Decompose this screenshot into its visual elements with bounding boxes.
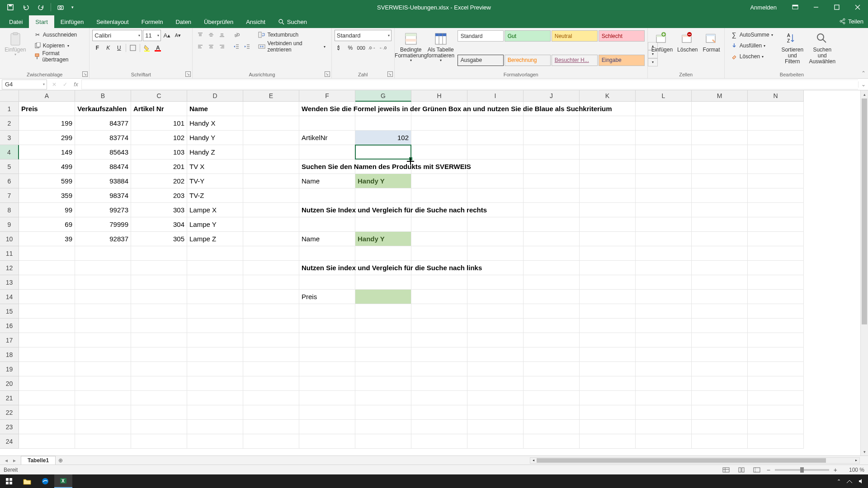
clear-button[interactable]: Löschen▾ <box>727 52 776 61</box>
delete-cells-button[interactable]: Löschen <box>676 30 698 78</box>
cell[interactable] <box>636 420 692 434</box>
cell[interactable] <box>75 434 131 449</box>
cell[interactable]: 98374 <box>75 188 131 203</box>
cell[interactable] <box>748 391 804 405</box>
number-format-select[interactable]: Standard▾ <box>335 30 392 41</box>
style-eingabe[interactable]: Eingabe <box>599 55 645 66</box>
cell[interactable] <box>467 405 524 420</box>
account-sign-in[interactable]: Anmelden <box>742 0 785 14</box>
cell[interactable] <box>467 160 524 174</box>
row-header[interactable]: 10 <box>0 232 19 246</box>
cell[interactable] <box>580 261 636 275</box>
cell[interactable] <box>299 188 355 203</box>
cell[interactable] <box>355 188 411 203</box>
cell[interactable] <box>580 232 636 246</box>
cell[interactable]: 88474 <box>75 160 131 174</box>
cell[interactable] <box>467 304 524 319</box>
cell[interactable] <box>19 246 75 261</box>
cell[interactable]: TV-Y <box>187 174 243 188</box>
cell[interactable] <box>692 188 748 203</box>
cell[interactable] <box>411 275 467 290</box>
cell[interactable] <box>748 131 804 145</box>
cell[interactable] <box>411 304 467 319</box>
name-box[interactable]: G4▾ <box>2 80 47 89</box>
tab-einfuegen[interactable]: Einfügen <box>54 15 90 28</box>
align-right-icon[interactable] <box>217 42 227 52</box>
orientation-icon[interactable]: ab <box>231 30 241 40</box>
cell[interactable] <box>580 275 636 290</box>
cell[interactable]: Artikel Nr <box>131 102 187 116</box>
cell[interactable] <box>243 362 299 376</box>
cell[interactable]: 79999 <box>75 217 131 232</box>
cell[interactable] <box>411 217 467 232</box>
cell[interactable] <box>580 188 636 203</box>
column-header[interactable]: L <box>636 90 692 102</box>
cell[interactable] <box>299 362 355 376</box>
bold-button[interactable]: F <box>92 43 102 53</box>
border-button[interactable] <box>128 43 138 53</box>
cell[interactable] <box>692 203 748 217</box>
cell[interactable] <box>580 174 636 188</box>
cell[interactable] <box>692 131 748 145</box>
cell[interactable] <box>19 304 75 319</box>
cell[interactable] <box>411 290 467 304</box>
increase-indent-icon[interactable] <box>242 42 252 52</box>
cell[interactable] <box>692 102 748 116</box>
cell[interactable] <box>748 232 804 246</box>
cell[interactable] <box>131 347 187 362</box>
row-header[interactable]: 16 <box>0 319 19 333</box>
column-header[interactable]: C <box>131 90 187 102</box>
tab-datei[interactable]: Datei <box>3 15 29 28</box>
cell[interactable] <box>243 434 299 449</box>
cell[interactable] <box>19 405 75 420</box>
cell[interactable] <box>75 275 131 290</box>
style-besuchter[interactable]: Besuchter H... <box>552 55 598 66</box>
cell[interactable] <box>299 333 355 347</box>
cell[interactable] <box>524 145 580 160</box>
cell[interactable] <box>299 420 355 434</box>
cell[interactable]: Nutzen Sie index und Vergleich für die S… <box>299 261 355 275</box>
style-schlecht[interactable]: Schlecht <box>599 30 645 42</box>
cell[interactable] <box>636 261 692 275</box>
close-icon[interactable] <box>847 0 868 14</box>
cell[interactable] <box>692 376 748 391</box>
cell[interactable] <box>524 405 580 420</box>
cell[interactable] <box>243 405 299 420</box>
cell[interactable] <box>355 405 411 420</box>
cell[interactable]: 102 <box>355 131 411 145</box>
cell[interactable] <box>243 376 299 391</box>
column-header[interactable]: H <box>411 90 467 102</box>
horizontal-scrollbar[interactable]: ◂ ▸ <box>530 457 860 464</box>
undo-icon[interactable] <box>19 1 33 14</box>
minimize-icon[interactable] <box>806 0 826 14</box>
cell[interactable] <box>299 376 355 391</box>
cell[interactable] <box>692 275 748 290</box>
cell[interactable] <box>187 275 243 290</box>
column-header[interactable]: A <box>19 90 75 102</box>
cell[interactable] <box>467 217 524 232</box>
cell[interactable] <box>467 188 524 203</box>
cell[interactable] <box>748 290 804 304</box>
cell[interactable] <box>580 391 636 405</box>
style-neutral[interactable]: Neutral <box>552 30 598 42</box>
cell[interactable] <box>524 203 580 217</box>
cell[interactable] <box>411 362 467 376</box>
column-header[interactable]: I <box>467 90 524 102</box>
cell[interactable]: TV-Z <box>187 188 243 203</box>
cell[interactable] <box>524 275 580 290</box>
decrease-indent-icon[interactable] <box>231 42 241 52</box>
cell[interactable] <box>580 319 636 333</box>
cell[interactable] <box>131 319 187 333</box>
format-painter-button[interactable]: Format übertragen <box>31 52 86 61</box>
cell[interactable] <box>636 160 692 174</box>
cell[interactable] <box>187 405 243 420</box>
cell[interactable]: 305 <box>131 232 187 246</box>
cell[interactable] <box>524 160 580 174</box>
sort-filter-button[interactable]: AZSortieren und Filtern <box>779 30 806 78</box>
add-sheet-button[interactable]: ⊕ <box>56 457 66 464</box>
cell[interactable] <box>580 333 636 347</box>
cell[interactable] <box>75 347 131 362</box>
cell[interactable] <box>692 434 748 449</box>
cell[interactable]: 99 <box>19 203 75 217</box>
underline-button[interactable]: U <box>114 43 124 53</box>
